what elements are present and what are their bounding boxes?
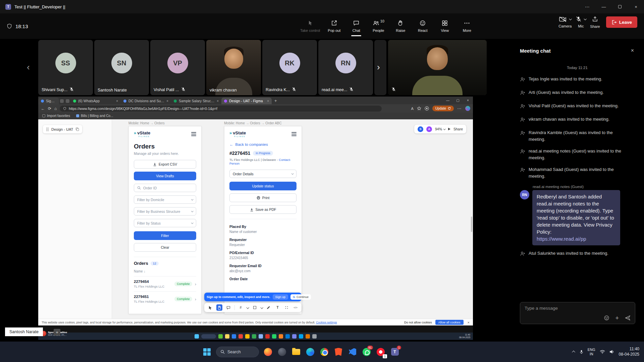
google-continue-button[interactable]: GContinue [290, 294, 311, 300]
favorite-star-icon[interactable] [417, 106, 421, 111]
participant-tile[interactable]: RKRavindra K... [262, 40, 317, 95]
allow-cookies-button[interactable]: Allow all cookies [435, 320, 464, 325]
figma-frame-order-detail[interactable]: »vState FILINGS ← Back to companies #227… [224, 126, 302, 314]
participant-tile[interactable]: vikram chavan [206, 40, 261, 95]
mini-app-icon[interactable] [279, 334, 283, 339]
comment-tool-icon[interactable] [225, 304, 231, 311]
frame-breadcrumb[interactable]: Mobile: Home → Orders [128, 121, 165, 125]
chevron-down-icon[interactable] [260, 306, 263, 309]
mic-dropdown-icon[interactable] [584, 17, 587, 20]
view-button[interactable]: View [434, 16, 455, 37]
back-icon[interactable]: ← [41, 106, 45, 111]
taskbar-clock[interactable]: 11:4008-04-2025 [619, 347, 639, 357]
close-tab-icon[interactable]: × [166, 99, 168, 103]
attach-plus-icon[interactable]: + [615, 315, 619, 321]
browser-tab[interactable]: Design - UAT - Figma× [221, 98, 272, 104]
browser-profile-avatar[interactable] [465, 106, 470, 111]
collaborator-avatar[interactable]: A [426, 126, 432, 132]
browser-minimize-button[interactable]: — [443, 99, 453, 102]
mini-app-icon[interactable] [265, 334, 270, 339]
mini-app-icon[interactable] [285, 334, 290, 339]
frame-tool-icon[interactable]: # [238, 304, 244, 311]
clear-button[interactable]: Clear [134, 243, 196, 252]
hamburger-menu-icon[interactable] [191, 132, 196, 136]
browser-close-button[interactable]: × [463, 99, 473, 102]
workspaces-icon[interactable] [66, 99, 69, 103]
taskbar-app-chrome[interactable] [319, 346, 330, 358]
chevron-down-icon[interactable] [247, 306, 249, 309]
close-tab-icon[interactable]: × [116, 99, 118, 103]
tab-tools-icon[interactable] [60, 99, 64, 103]
taskbar-app-edge[interactable] [305, 346, 316, 358]
figma-canvas[interactable]: Design - UAT S A 94% Share Mobile: Home … [38, 119, 473, 319]
browser-tab[interactable]: DC Divisions and Surroundings× [121, 98, 171, 104]
taskbar-app-teams[interactable]: T1 [389, 346, 400, 358]
participant-tile[interactable]: SSShivani Sup... [38, 40, 93, 95]
favorite-bills[interactable]: Bills | Billing and Co... [76, 114, 113, 118]
browser-tab[interactable]: (6) WhatsApp× [70, 98, 121, 104]
mic-button[interactable]: Mic [576, 16, 586, 28]
filter-button[interactable]: Filter [134, 231, 196, 240]
browser-maximize-button[interactable]: ▢ [453, 99, 463, 102]
tray-expand-icon[interactable] [572, 351, 575, 354]
view-drafts-button[interactable]: View Drafts [134, 172, 196, 180]
participant-tile[interactable]: SNSantosh Narate [94, 40, 149, 95]
close-icon[interactable]: × [468, 320, 470, 324]
wifi-icon[interactable] [600, 350, 605, 354]
pen-tool-icon[interactable] [266, 304, 272, 311]
frame-breadcrumb[interactable]: Mobile: Home → Orders → Order ABC [224, 121, 282, 125]
taskbar-app-firefox[interactable] [262, 346, 274, 358]
taskbar-app-brave[interactable] [333, 346, 344, 358]
mini-app-icon[interactable] [299, 334, 303, 339]
filter-dropdown[interactable]: Filter by Domicile [134, 195, 196, 204]
update-status-button[interactable]: Update status [229, 182, 297, 190]
close-button[interactable]: × [628, 0, 644, 13]
signup-button[interactable]: Sign up [273, 294, 288, 300]
taskbar-app-copilot[interactable] [276, 346, 288, 358]
order-id-search-input[interactable]: Order ID [134, 184, 196, 192]
people-button[interactable]: 10 People [368, 16, 389, 37]
mini-app-icon[interactable] [252, 334, 256, 339]
browser-tab-signin[interactable]: Sign in [38, 98, 59, 104]
camera-dropdown-icon[interactable] [569, 17, 572, 20]
mini-app-icon[interactable] [225, 334, 229, 339]
shared-screen[interactable]: Sign in(6) WhatsApp×DC Divisions and Sur… [38, 97, 473, 340]
mini-app-icon[interactable] [218, 334, 223, 339]
hand-tool-icon[interactable] [216, 304, 222, 311]
scroll-left-icon[interactable]: ‹ [27, 62, 30, 72]
refresh-icon[interactable]: ⟳ [48, 106, 51, 111]
collaborator-avatar[interactable]: S [418, 126, 423, 132]
copilot-icon[interactable] [425, 106, 429, 111]
mini-search-pill[interactable] [201, 334, 216, 339]
start-button[interactable] [201, 346, 213, 358]
chat-button[interactable]: Chat [346, 16, 367, 37]
mini-start-icon[interactable] [195, 334, 199, 339]
deny-cookies-button[interactable]: Do not allow cookies [404, 321, 432, 324]
participant-tile[interactable]: RNread.ai mee... [318, 40, 373, 95]
text-tool-icon[interactable]: T [275, 304, 281, 311]
send-icon[interactable] [625, 315, 631, 321]
chat-input[interactable]: Type a message + [520, 302, 635, 324]
order-row[interactable]: 2279451TL Flex Holdings LLCComplete› [134, 291, 196, 303]
dev-mode-icon[interactable]: </> [292, 304, 299, 311]
emoji-icon[interactable] [604, 315, 609, 321]
share-button[interactable]: Share [590, 16, 600, 28]
mini-app-icon[interactable] [292, 334, 297, 339]
figma-share-button[interactable]: Share [453, 127, 463, 131]
tray-mic-icon[interactable] [580, 350, 583, 354]
order-row[interactable]: 2279454TL Flex Holdings LLCComplete› [134, 276, 196, 288]
taskbar-app-vscode[interactable] [347, 346, 358, 358]
more-button[interactable]: More [457, 16, 477, 37]
hamburger-menu-icon[interactable] [291, 132, 297, 136]
favorite-import[interactable]: Import favorites [42, 114, 70, 118]
url-field[interactable]: https://www.figma.com/design/9BKQ0FOHRWa… [60, 106, 382, 112]
mini-app-icon[interactable] [272, 334, 276, 339]
export-csv-button[interactable]: Export CSV [134, 160, 196, 169]
leave-button[interactable]: Leave [606, 16, 637, 28]
back-to-companies-link[interactable]: ← Back to companies [229, 142, 297, 146]
window-more-icon[interactable]: ⋯ [580, 0, 596, 13]
take-control-button[interactable]: Take control [298, 16, 322, 37]
move-tool-icon[interactable] [207, 304, 213, 311]
resources-tool-icon[interactable] [283, 304, 289, 311]
close-chat-icon[interactable]: × [631, 48, 634, 54]
